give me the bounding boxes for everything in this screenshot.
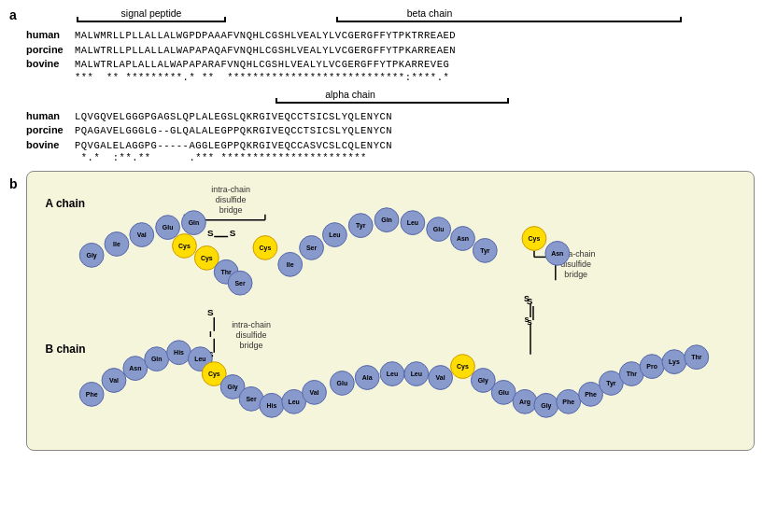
svg-text:Gly: Gly xyxy=(541,402,551,410)
svg-text:Ile: Ile xyxy=(287,261,294,268)
consensus-1: *** ** *********.* ** ******************… xyxy=(75,72,449,85)
alignment-row-human-2: human LQVGQVELGGGPGAGSLQPLALEGSLQKRGIVEQ… xyxy=(26,109,754,124)
a-chain-label: A chain xyxy=(45,197,85,210)
svg-text:Cys: Cys xyxy=(529,235,541,243)
svg-text:Cys: Cys xyxy=(178,243,191,250)
species-bovine-2: bovine xyxy=(26,138,75,151)
svg-text:Asn: Asn xyxy=(551,250,563,257)
svg-text:Thr: Thr xyxy=(691,354,701,360)
alpha-chain-bar xyxy=(276,102,509,104)
svg-text:intra-chain: intra-chain xyxy=(232,320,271,329)
svg-text:S: S xyxy=(230,228,236,238)
svg-text:Glu: Glu xyxy=(498,389,509,396)
bridge-label-1b: disulfide xyxy=(216,195,247,204)
svg-text:Ala: Ala xyxy=(362,374,373,381)
svg-text:His: His xyxy=(266,402,276,409)
seq-porcine-1: MALWTRLLPLLALLALWAPAPAQAFVNQHLCGSHLVEALY… xyxy=(75,45,456,58)
alpha-chain-label: alpha chain xyxy=(276,89,425,100)
svg-text:Tyr: Tyr xyxy=(606,380,616,387)
svg-text:Cys: Cys xyxy=(208,371,220,378)
insulin-svg: A chain B chain intra-chain disulfide br… xyxy=(27,172,754,450)
svg-text:His: His xyxy=(174,349,184,356)
alignment-row-consensus-1: *** ** *********.* ** ******************… xyxy=(26,72,754,85)
svg-text:Arg: Arg xyxy=(519,399,530,406)
section-b-label: b xyxy=(9,176,18,191)
signal-peptide-bar xyxy=(77,21,226,22)
svg-text:Val: Val xyxy=(310,389,319,396)
bridge-label-1: intra-chain xyxy=(211,185,250,194)
svg-text:Glu: Glu xyxy=(162,224,174,231)
b-chain-label: B chain xyxy=(45,343,85,356)
svg-text:bridge: bridge xyxy=(240,341,263,350)
alignment-row-porcine-1: porcine MALWTRLLPLLALLALWAPAPAQAFVNQHLCG… xyxy=(26,43,754,58)
svg-text:Gln: Gln xyxy=(189,219,200,226)
annotation-bars-1: signal peptide beta chain xyxy=(75,7,754,28)
svg-text:Phe: Phe xyxy=(86,391,98,398)
svg-text:Leu: Leu xyxy=(329,231,340,238)
alignment-row-bovine-1: bovine MALWTRLAPLALLALWAPAPARAFVNQHLCGSH… xyxy=(26,57,754,72)
seq-human-2: LQVGQVELGGGPGAGSLQPLALEGSLQKRGIVEQCCTSIC… xyxy=(75,111,392,124)
svg-text:Gln: Gln xyxy=(381,217,392,223)
svg-text:Lys: Lys xyxy=(669,358,680,366)
seq-bovine-1: MALWTRLAPLALLALWAPAPARAFVNQHLCGSHLVEALYL… xyxy=(75,59,449,72)
seq-human-1: MALWMRLLPLLALLALWGPDPAAAFVNQHLCGSHLVEALY… xyxy=(75,30,456,43)
species-porcine-2: porcine xyxy=(26,123,75,136)
svg-text:Leu: Leu xyxy=(289,399,300,405)
beta-chain-bar xyxy=(336,21,682,22)
signal-peptide-label: signal peptide xyxy=(77,7,226,19)
svg-text:I: I xyxy=(209,329,212,339)
svg-text:Leu: Leu xyxy=(387,371,398,377)
svg-text:Gly: Gly xyxy=(228,384,238,391)
section-a-label: a xyxy=(9,7,17,22)
svg-text:Cys: Cys xyxy=(260,245,272,252)
svg-text:Phe: Phe xyxy=(562,399,574,405)
svg-text:Leu: Leu xyxy=(407,219,418,226)
species-human-1: human xyxy=(26,28,75,41)
species-bovine-1: bovine xyxy=(26,57,75,70)
svg-text:S: S xyxy=(207,307,214,317)
svg-text:s: s xyxy=(525,315,530,324)
bridge-label-2c: bridge xyxy=(564,270,587,279)
species-porcine-1: porcine xyxy=(26,43,75,56)
insulin-diagram: A chain B chain intra-chain disulfide br… xyxy=(26,171,755,451)
svg-text:Gly: Gly xyxy=(87,252,97,259)
annotation-bars-2: alpha chain xyxy=(75,89,754,109)
svg-text:disulfide: disulfide xyxy=(236,330,267,340)
alignment-row-porcine-2: porcine PQAGAVELGGGLG--GLQALALEGPPQKRGIV… xyxy=(26,123,754,138)
svg-text:Glu: Glu xyxy=(433,226,445,232)
svg-text:Cys: Cys xyxy=(201,255,213,262)
bridge-label-1c: bridge xyxy=(219,205,243,215)
main-container: a signal peptide beta chain human MALW xyxy=(0,0,763,532)
svg-text:S: S xyxy=(524,294,530,303)
svg-text:S: S xyxy=(207,228,214,238)
svg-text:Gly: Gly xyxy=(478,377,488,385)
alignment-row-human-1: human MALWMRLLPLLALLALWGPDPAAAFVNQHLCGSH… xyxy=(26,28,754,43)
svg-text:Asn: Asn xyxy=(129,365,141,371)
svg-text:Tyr: Tyr xyxy=(480,247,490,255)
species-human-2: human xyxy=(26,109,75,122)
alignment-row-consensus-2: *.* :**.** .*** *********************** xyxy=(26,152,754,165)
svg-text:Val: Val xyxy=(109,377,119,384)
svg-text:Ser: Ser xyxy=(246,396,256,402)
svg-text:Glu: Glu xyxy=(337,380,348,386)
svg-text:Val: Val xyxy=(137,231,147,238)
svg-text:Pro: Pro xyxy=(646,363,657,370)
svg-text:Ser: Ser xyxy=(306,245,317,251)
svg-text:Tyr: Tyr xyxy=(356,222,366,230)
svg-text:Phe: Phe xyxy=(585,391,597,398)
alignment-block: signal peptide beta chain human MALWMRLL… xyxy=(26,7,754,165)
seq-bovine-2: PQVGALELAGGPG-----AGGLEGPPQKRGIVEQCCASVC… xyxy=(75,140,392,153)
svg-text:Asn: Asn xyxy=(457,235,469,242)
svg-text:Leu: Leu xyxy=(194,356,205,362)
section-a: a signal peptide beta chain human MALW xyxy=(9,7,754,165)
svg-text:Ser: Ser xyxy=(234,280,245,287)
svg-text:Ile: Ile xyxy=(113,241,120,247)
section-b: b A chain B chain intra-chain disulfide … xyxy=(9,171,754,451)
svg-text:Gln: Gln xyxy=(151,356,162,362)
beta-chain-label: beta chain xyxy=(336,7,523,19)
svg-text:Leu: Leu xyxy=(411,371,422,377)
alignment-row-bovine-2: bovine PQVGALELAGGPG-----AGGLEGPPQKRGIVE… xyxy=(26,138,754,153)
consensus-2: *.* :**.** .*** *********************** xyxy=(75,152,367,165)
seq-porcine-2: PQAGAVELGGGLG--GLQALALEGPPQKRGIVEQCCTSIC… xyxy=(75,125,392,138)
svg-text:Thr: Thr xyxy=(221,269,232,275)
